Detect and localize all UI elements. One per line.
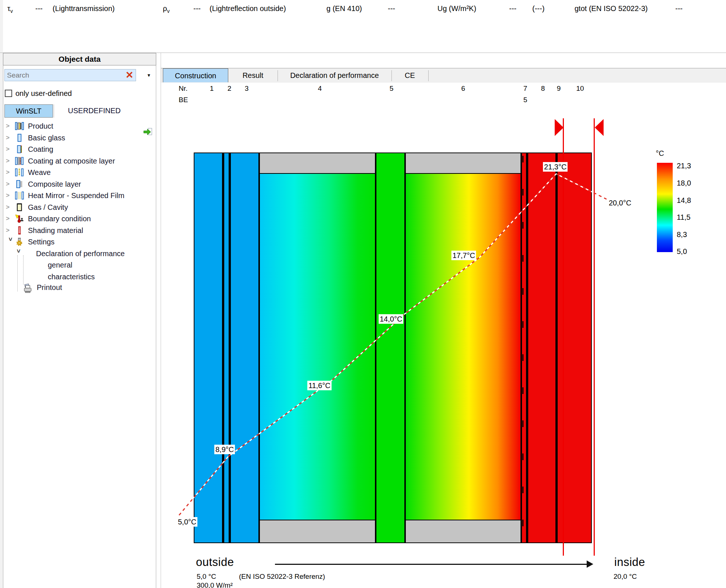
collapse-chevron-icon[interactable]: >	[15, 249, 22, 258]
legend-tick: 8,3	[677, 230, 687, 239]
tree-item-shading-material[interactable]: > Shading material	[6, 225, 83, 236]
spacer-cap-top	[406, 153, 521, 174]
layer-number: 9	[557, 85, 561, 93]
tree-item-product[interactable]: > Product	[6, 121, 53, 131]
import-arrow-icon[interactable]	[143, 128, 153, 138]
rho-v-symbol: ρv	[163, 4, 169, 14]
tree-guide-line	[17, 255, 18, 291]
composite-layer-icon	[15, 180, 26, 188]
only-user-defined-checkbox[interactable]	[5, 90, 12, 97]
expand-chevron-icon[interactable]: >	[6, 134, 15, 141]
tree-item-label: general	[48, 261, 72, 269]
legend-tick: 14,8	[677, 196, 691, 205]
weave-icon	[15, 168, 26, 176]
printer-icon	[23, 283, 34, 291]
tree-item-label: Declaration of performance	[36, 250, 125, 258]
boundary-element-value: 5	[523, 96, 527, 104]
inside-label: inside	[614, 556, 645, 569]
layer-number: 7	[523, 85, 527, 93]
section-marker-line-right[interactable]	[594, 118, 595, 556]
layer-number: 5	[390, 85, 394, 93]
rho-v-label: (Lightreflection outside)	[210, 4, 286, 13]
tree-item-gas-cavity[interactable]: > Gas / Cavity	[6, 202, 68, 212]
tree-item-label: Printout	[37, 283, 62, 292]
search-box[interactable]: ✕	[4, 69, 136, 81]
tree-guide-line	[23, 255, 24, 285]
collapse-chevron-icon[interactable]: >	[7, 237, 14, 246]
tree-item-boundary-condition[interactable]: > Boundary condition	[6, 214, 91, 224]
expand-chevron-icon[interactable]: >	[6, 157, 15, 165]
gtot-value: ---	[675, 4, 683, 13]
only-user-defined-label: only user-defined	[15, 89, 72, 98]
layer-number: 8	[541, 85, 545, 93]
expand-chevron-icon[interactable]: >	[6, 215, 15, 222]
glass-pane-middle	[376, 153, 405, 543]
tab-winslt[interactable]: WinSLT	[4, 104, 53, 118]
tab-declaration-of-performance[interactable]: Declaration of performance	[278, 68, 391, 82]
expand-chevron-icon[interactable]: >	[6, 192, 15, 199]
gas-cavity-6	[405, 153, 521, 543]
irradiance-value: 300,0 W/m²	[197, 581, 233, 588]
tree-item-basic-glass[interactable]: > Basic glass	[6, 133, 65, 143]
tree-item-label: Shading material	[28, 226, 83, 235]
tau-v-label: (Lighttransmission)	[53, 4, 115, 13]
temp-label-21-3: 21,3°C	[543, 162, 568, 172]
settings-gear-icon	[15, 238, 26, 246]
clear-search-icon[interactable]: ✕	[125, 69, 133, 81]
tau-v-symbol: τv	[7, 4, 13, 14]
tree-item-characteristics[interactable]: characteristics	[48, 272, 95, 282]
expand-chevron-icon[interactable]: >	[6, 204, 15, 211]
outside-label: outside	[196, 556, 234, 569]
boundary-condition-icon	[15, 215, 26, 223]
temp-label-14-0: 14,0°C	[379, 314, 403, 324]
tab-userdefined[interactable]: USERDEFINED	[54, 104, 135, 118]
tree-item-label: Heat Mirror - Suspended Film	[28, 191, 124, 200]
layer-divider	[229, 153, 231, 543]
section-marker-triangle-right-icon[interactable]	[555, 119, 564, 136]
legend-tick: 5,0	[677, 247, 687, 256]
rho-v-value: ---	[193, 4, 201, 13]
shading-material-icon	[15, 226, 26, 234]
spacer-cap-top	[260, 153, 375, 174]
tree-item-coating-at-composite-layer[interactable]: > Coating at composite layer	[6, 156, 115, 166]
tree-item-heat-mirror[interactable]: > Heat Mirror - Suspended Film	[6, 190, 124, 201]
tree-item-general[interactable]: general	[48, 260, 72, 270]
tree-item-label: Coating	[28, 145, 53, 154]
tree-item-label: Product	[28, 122, 53, 130]
expand-chevron-icon[interactable]: >	[6, 169, 15, 176]
g-en410-value: ---	[388, 4, 395, 13]
dashed-layer-boundary	[522, 156, 523, 541]
tree-item-settings[interactable]: > Settings	[6, 237, 54, 247]
layer-number: 3	[245, 85, 249, 93]
tree-item-label: Coating at composite layer	[28, 157, 115, 165]
section-marker-triangle-left-icon[interactable]	[595, 119, 604, 136]
tree-item-coating[interactable]: > Coating	[6, 144, 53, 154]
tab-ce[interactable]: CE	[391, 68, 428, 82]
temp-label-20-0: 20,0°C	[608, 198, 632, 208]
basic-glass-icon	[15, 134, 26, 142]
glass-pane-outer	[194, 153, 259, 543]
tree-item-printout[interactable]: Printout	[23, 282, 62, 293]
panel-splitter[interactable]	[161, 53, 161, 588]
boundary-element-row-label: BE	[179, 96, 188, 104]
expand-chevron-icon[interactable]: >	[6, 227, 15, 234]
tree-item-label: Basic glass	[28, 134, 65, 142]
search-options-dropdown[interactable]: ▼	[144, 71, 154, 80]
expand-chevron-icon[interactable]: >	[6, 180, 15, 188]
section-marker-line-left[interactable]	[563, 118, 564, 556]
legend-tick: 11,5	[677, 213, 690, 222]
reference-standard: (EN ISO 52022-3 Referenz)	[239, 573, 325, 581]
tab-result[interactable]: Result	[228, 68, 278, 82]
layer-number: 10	[576, 85, 584, 93]
tree-item-composite-layer[interactable]: > Composite layer	[6, 179, 81, 189]
arrow-head-icon	[587, 560, 593, 568]
search-input[interactable]	[6, 70, 118, 80]
expand-chevron-icon[interactable]: >	[6, 122, 15, 130]
inside-temperature: 20,0 °C	[614, 573, 637, 581]
tab-construction[interactable]: Construction	[163, 68, 228, 82]
tree-item-weave[interactable]: > Weave	[6, 167, 51, 178]
heat-mirror-icon	[15, 191, 26, 200]
tree-item-declaration-of-performance[interactable]: > Declaration of performance	[14, 248, 125, 259]
expand-chevron-icon[interactable]: >	[6, 146, 15, 153]
tree-item-label: Composite layer	[28, 180, 81, 189]
